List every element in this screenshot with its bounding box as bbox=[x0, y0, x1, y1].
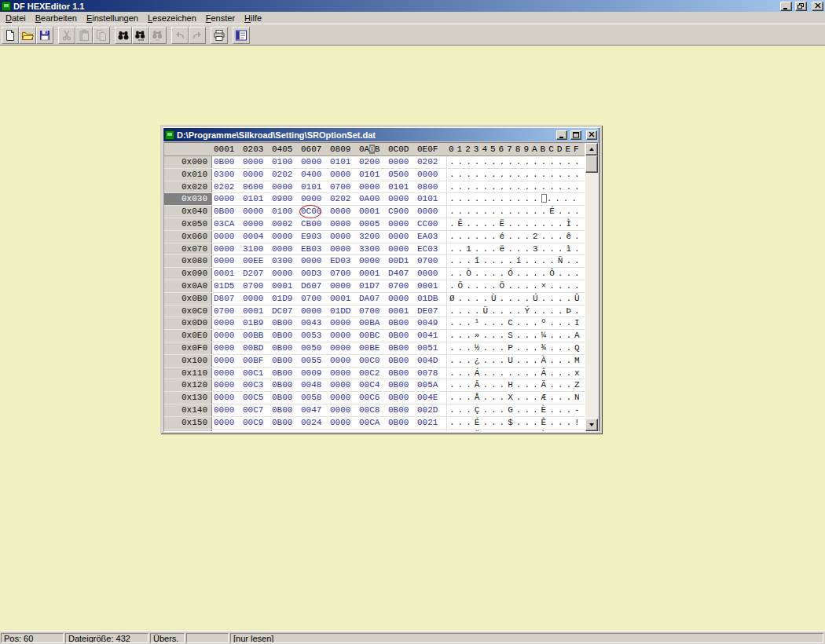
hex-bytes-cell[interactable]: 000001010900000002020A0000000101 bbox=[212, 193, 446, 205]
hex-group[interactable]: EA03 bbox=[417, 231, 446, 243]
hex-group[interactable]: 0009 bbox=[301, 368, 330, 379]
hex-group[interactable]: 01B9 bbox=[243, 317, 272, 329]
menu-item-hilfe[interactable]: Hilfe bbox=[240, 13, 266, 24]
hex-group[interactable]: 0300 bbox=[272, 255, 301, 267]
ascii-bytes-cell[interactable]: ...Ë...>...Ì...# bbox=[446, 430, 581, 432]
hex-group[interactable]: 0000 bbox=[330, 342, 359, 354]
toolbar-button-print[interactable] bbox=[211, 27, 228, 44]
hex-group[interactable]: 0000 bbox=[272, 243, 301, 255]
hex-group[interactable]: 0021 bbox=[417, 417, 446, 429]
hex-group[interactable]: 0000 bbox=[214, 255, 243, 267]
hex-group[interactable]: 00C2 bbox=[359, 368, 388, 379]
hex-group[interactable]: 00D1 bbox=[388, 255, 417, 267]
hex-group[interactable]: 0001 bbox=[330, 293, 359, 305]
hex-group[interactable]: 0B00 bbox=[272, 355, 301, 367]
hex-group[interactable]: 0300 bbox=[214, 169, 243, 181]
ascii-bytes-cell[interactable]: ................ bbox=[446, 169, 581, 181]
hex-bytes-cell[interactable]: 0001D207000000D307000001D4070000 bbox=[212, 268, 446, 280]
hex-group[interactable]: 0000 bbox=[214, 193, 243, 205]
document-titlebar[interactable]: D:\Programme\Silkroad\Setting\SROptionSe… bbox=[163, 128, 599, 141]
hex-group[interactable]: 0B00 bbox=[272, 392, 301, 404]
hex-group[interactable]: 0000 bbox=[330, 368, 359, 379]
toolbar-button-save[interactable] bbox=[36, 27, 53, 44]
toolbar-button-find-next[interactable] bbox=[132, 27, 149, 44]
ascii-bytes-cell[interactable]: ..Ò....Ó....Ô... bbox=[446, 268, 581, 280]
hex-group[interactable]: 0001 bbox=[214, 268, 243, 280]
ascii-bytes-cell[interactable]: ......é...2...ê. bbox=[446, 231, 581, 243]
hex-group[interactable]: 002D bbox=[417, 404, 446, 416]
hex-group[interactable]: 0001 bbox=[388, 306, 417, 317]
toolbar-button-new[interactable] bbox=[2, 27, 19, 44]
hex-group[interactable]: 0B00 bbox=[388, 417, 417, 429]
hex-group[interactable]: 0202 bbox=[272, 169, 301, 181]
doc-close-button[interactable] bbox=[586, 130, 597, 140]
menu-item-einstellungen[interactable]: Einstellungen bbox=[82, 13, 143, 24]
hex-group[interactable]: 00C0 bbox=[359, 355, 388, 367]
hex-group[interactable]: 0001 bbox=[243, 306, 272, 317]
hex-group[interactable]: 0000 bbox=[214, 317, 243, 329]
hex-group[interactable]: 0041 bbox=[417, 330, 446, 342]
ascii-bytes-cell[interactable]: ....Ü....Ý....Þ. bbox=[446, 306, 581, 317]
hex-group[interactable]: 0004 bbox=[243, 231, 272, 243]
menu-item-bearbeiten[interactable]: Bearbeiten bbox=[31, 13, 82, 24]
hex-group[interactable]: D207 bbox=[243, 268, 272, 280]
hex-group[interactable]: 0202 bbox=[214, 181, 243, 193]
hex-bytes-cell[interactable]: 000000C70B000047000000C80B00002D bbox=[212, 404, 446, 416]
hex-group[interactable]: DC07 bbox=[272, 306, 301, 317]
menu-item-fenster[interactable]: Fenster bbox=[201, 13, 240, 24]
toolbar-button-open[interactable] bbox=[19, 27, 36, 44]
hex-group[interactable]: 3300 bbox=[359, 243, 388, 255]
hex-group[interactable]: DA07 bbox=[359, 293, 388, 305]
hex-group[interactable]: 0000 bbox=[214, 355, 243, 367]
hex-group[interactable]: 0000 bbox=[330, 379, 359, 391]
hex-group[interactable]: 0001 bbox=[359, 206, 388, 218]
hex-group[interactable]: 0000 bbox=[301, 255, 330, 267]
hex-group[interactable]: 0B00 bbox=[272, 342, 301, 354]
hex-group[interactable]: 00BE bbox=[359, 342, 388, 354]
hex-bytes-cell[interactable]: 000001B90B000043000000BA0B000049 bbox=[212, 317, 446, 329]
hex-group[interactable]: 01D9 bbox=[272, 293, 301, 305]
hex-group[interactable]: 0053 bbox=[301, 330, 330, 342]
hex-group[interactable]: 0000 bbox=[330, 231, 359, 243]
hex-group[interactable]: D607 bbox=[301, 280, 330, 292]
hex-group[interactable]: 0101 bbox=[388, 181, 417, 193]
ascii-bytes-cell[interactable]: ................ bbox=[446, 181, 581, 193]
hex-group[interactable]: 0900 bbox=[272, 193, 301, 205]
hex-group[interactable]: 01DD bbox=[330, 306, 359, 317]
hex-group[interactable]: 0000 bbox=[388, 231, 417, 243]
hex-group[interactable]: 0000 bbox=[272, 268, 301, 280]
hex-group[interactable]: 00CC bbox=[359, 430, 388, 432]
hex-bytes-cell[interactable]: 000000BD0B000050000000BE0B000051 bbox=[212, 342, 446, 354]
hex-group[interactable]: 0000 bbox=[214, 404, 243, 416]
hex-group[interactable]: 003E bbox=[301, 430, 330, 432]
hex-group[interactable]: 0000 bbox=[330, 317, 359, 329]
hex-group[interactable]: 0048 bbox=[301, 379, 330, 391]
hex-group[interactable]: 0001 bbox=[417, 280, 446, 292]
hex-group[interactable]: 00BF bbox=[243, 355, 272, 367]
ascii-bytes-cell[interactable]: .Ê....Ë.......Ì. bbox=[446, 218, 581, 230]
hex-group[interactable]: 0000 bbox=[301, 156, 330, 168]
hex-group[interactable]: 00BB bbox=[243, 330, 272, 342]
hex-group[interactable]: 0B00 bbox=[272, 317, 301, 329]
hex-bytes-cell[interactable]: 0B000000010000000101020000000202 bbox=[212, 156, 446, 168]
hex-bytes-cell[interactable]: 07000001DC07000001DD07000001DE07 bbox=[212, 306, 446, 317]
hex-group[interactable]: 0000 bbox=[214, 330, 243, 342]
restore-button[interactable] bbox=[795, 2, 807, 11]
hex-group[interactable]: 00C5 bbox=[243, 392, 272, 404]
hex-group[interactable]: 0002 bbox=[272, 218, 301, 230]
close-button[interactable] bbox=[812, 2, 823, 11]
hex-group[interactable]: 005A bbox=[417, 379, 446, 391]
hex-group[interactable]: 0000 bbox=[417, 268, 446, 280]
doc-minimize-button[interactable] bbox=[556, 130, 567, 140]
hex-group[interactable]: 01D5 bbox=[214, 280, 243, 292]
hex-group[interactable]: 0B00 bbox=[388, 430, 417, 432]
ascii-bytes-cell[interactable]: Ø....Ù....Ú....Û bbox=[446, 293, 581, 305]
hex-group[interactable]: 0047 bbox=[301, 404, 330, 416]
hex-group[interactable]: 0B00 bbox=[388, 330, 417, 342]
hex-group[interactable]: 0202 bbox=[417, 156, 446, 168]
hex-group[interactable]: 0000 bbox=[214, 430, 243, 432]
hex-group[interactable]: 0700 bbox=[330, 268, 359, 280]
hex-group[interactable]: 0000 bbox=[243, 293, 272, 305]
hex-group[interactable]: 0000 bbox=[243, 169, 272, 181]
hex-bytes-cell[interactable]: 000000C30B000048000000C40B00005A bbox=[212, 379, 446, 391]
